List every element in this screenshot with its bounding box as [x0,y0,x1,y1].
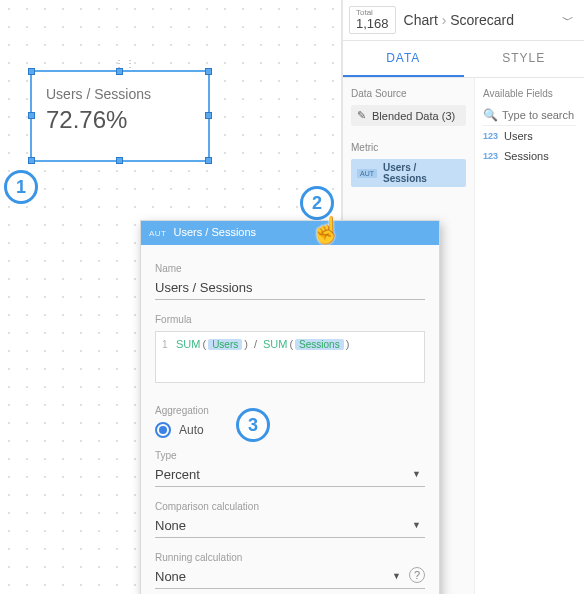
help-icon[interactable]: ? [409,567,425,583]
cursor-hand-icon: ☝ [310,215,342,246]
aut-badge: AUT [357,169,377,178]
scorecard-value: 72.76% [46,106,194,134]
breadcrumb[interactable]: Chart › Scorecard [404,12,554,28]
available-fields-label: Available Fields [483,88,576,99]
radio-icon [155,422,171,438]
popup-header[interactable]: AUT Users / Sessions [141,221,439,245]
comparison-select[interactable]: None [155,514,425,538]
numeric-icon: 123 [483,131,498,141]
field-chip-users[interactable]: Users [208,339,242,350]
aut-badge: AUT [149,229,171,238]
total-count: Total 1,168 [349,6,396,34]
field-row-users[interactable]: 123 Users [483,126,576,146]
field-row-sessions[interactable]: 123 Sessions [483,146,576,166]
comparison-label: Comparison calculation [155,501,425,512]
tab-data[interactable]: DATA [343,41,464,77]
data-source-label: Data Source [351,88,466,99]
annotation-3: 3 [236,408,270,442]
tab-style[interactable]: STYLE [464,41,585,77]
running-select[interactable]: None [155,565,425,589]
resize-handle[interactable] [28,157,35,164]
numeric-icon: 123 [483,151,498,161]
search-icon: 🔍 [483,108,498,122]
name-label: Name [155,263,425,274]
chevron-down-icon[interactable]: ﹀ [562,12,574,29]
resize-handle[interactable] [116,157,123,164]
aggregation-label: Aggregation [155,405,425,416]
type-label: Type [155,450,425,461]
resize-handle[interactable] [205,68,212,75]
resize-handle[interactable] [116,68,123,75]
scorecard[interactable]: ⋮⋮ Users / Sessions 72.76% [30,70,210,162]
aggregation-auto-radio[interactable]: Auto [155,422,425,438]
running-label: Running calculation [155,552,425,563]
field-chip-sessions[interactable]: Sessions [295,339,344,350]
annotation-1: 1 [4,170,38,204]
metric-label: Metric [351,142,466,153]
resize-handle[interactable] [205,112,212,119]
popup-title: Users / Sessions [174,226,257,238]
fields-search-input[interactable] [502,105,576,125]
type-select[interactable]: Percent [155,463,425,487]
scorecard-label: Users / Sessions [46,86,194,102]
metric-chip[interactable]: AUT Users / Sessions [351,159,466,187]
formula-label: Formula [155,314,425,325]
pencil-icon: ✎ [357,109,366,122]
resize-handle[interactable] [28,112,35,119]
line-number: 1 [162,339,174,350]
name-field[interactable] [155,276,425,300]
data-source-row[interactable]: ✎ Blended Data (3) [351,105,466,126]
formula-editor[interactable]: 1 SUM ( Users ) / SUM ( Sessions ) [155,331,425,383]
resize-handle[interactable] [205,157,212,164]
resize-handle[interactable] [28,68,35,75]
calculated-field-editor: AUT Users / Sessions Name Formula 1 SUM … [140,220,440,594]
